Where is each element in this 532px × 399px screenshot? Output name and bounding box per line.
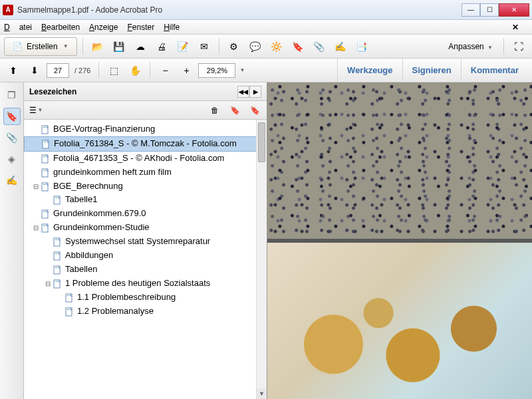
expand-toggle[interactable]: ⊟ <box>44 280 52 287</box>
attachments-tab[interactable]: 📎 <box>3 129 21 146</box>
email-button[interactable]: ✉ <box>195 37 213 56</box>
page-up-button[interactable]: ⬆ <box>4 61 23 80</box>
svg-rect-5 <box>43 156 45 157</box>
scrollbar-thumb[interactable] <box>258 122 265 162</box>
document-view[interactable] <box>267 82 532 399</box>
zoom-input[interactable] <box>198 63 235 78</box>
bookmark-item[interactable]: grundeinkommen heft zum film <box>24 166 267 180</box>
bookmark-label: Tabelle1 <box>65 194 97 205</box>
bookmark-item[interactable]: 1.2 Problemanalyse <box>24 305 267 319</box>
expand-toggle[interactable]: ⊟ <box>32 183 40 190</box>
expand-toggle[interactable]: ⊟ <box>32 224 40 231</box>
bookmark-item[interactable]: ⊟Grundeinkommen-Studie <box>24 221 267 235</box>
bookmarks-scrollbar[interactable]: ▼ <box>256 120 267 399</box>
svg-rect-2 <box>43 140 49 148</box>
cloud-button[interactable]: ☁ <box>131 37 150 56</box>
bookmark-icon <box>41 182 51 192</box>
bookmark-next-button[interactable]: ▶ <box>249 86 261 98</box>
highlight-button[interactable]: 🔆 <box>267 37 286 56</box>
menu-edit[interactable]: Bearbeiten <box>41 23 80 32</box>
menu-view[interactable]: Anzeige <box>89 23 118 32</box>
bookmark-icon <box>65 293 74 303</box>
attach-button[interactable]: 📎 <box>310 37 329 56</box>
bookmark-label: 1 Probleme des heutigen Sozialstaats <box>65 278 210 289</box>
document-close-button[interactable]: ✕ <box>512 23 519 32</box>
tools-tab[interactable]: Werkzeuge <box>337 59 402 82</box>
create-button[interactable]: 📄 Erstellen ▼ <box>4 37 77 56</box>
zoom-in-button[interactable]: + <box>177 61 196 80</box>
customize-toolbar[interactable]: Anpassen ▼ <box>443 42 498 51</box>
bookmark-item[interactable]: ⊟1 Probleme des heutigen Sozialstaats <box>24 277 267 291</box>
bookmark-item[interactable]: Abbildungen <box>24 249 267 263</box>
svg-rect-27 <box>67 309 69 310</box>
new-bookmark-button[interactable]: 🔖 <box>227 103 243 118</box>
edit-button[interactable]: 📝 <box>174 37 192 56</box>
sign-tool-button[interactable]: ✍ <box>331 37 350 56</box>
close-button[interactable]: ✕ <box>499 3 529 17</box>
svg-rect-22 <box>54 280 60 288</box>
bookmarks-toolbar: ☰▼ 🗑 🔖 🔖 <box>24 101 267 120</box>
redact-button[interactable]: 📑 <box>352 37 371 56</box>
svg-rect-10 <box>54 196 60 204</box>
fullscreen-button[interactable]: ⛶ <box>509 37 528 56</box>
bookmark-item[interactable]: ⊟BGE_Berechnung <box>24 180 267 194</box>
delete-bookmark-button[interactable]: 🗑 <box>207 103 223 118</box>
select-tool-button[interactable]: ⬚ <box>104 61 123 80</box>
comment-bubble-button[interactable]: 💬 <box>246 37 265 56</box>
maximize-button[interactable]: ☐ <box>480 3 499 17</box>
minimize-button[interactable]: — <box>462 3 480 17</box>
bookmark-item[interactable]: Tabelle1 <box>24 193 267 207</box>
bookmark-item[interactable]: BGE-Vortrag-Finanzierung <box>24 122 267 136</box>
svg-rect-16 <box>54 238 60 246</box>
layers-tab[interactable]: ◈ <box>3 150 21 168</box>
scrollbar-down-arrow[interactable]: ▼ <box>257 388 267 399</box>
page-down-button[interactable]: ⬇ <box>25 61 44 80</box>
bookmark-label: Grundeinkommen-Studie <box>53 222 150 233</box>
signatures-tab[interactable]: ✍ <box>3 172 21 189</box>
page-image-money <box>267 243 532 399</box>
bookmark-label: Abbildungen <box>65 250 113 261</box>
bookmarks-tree: BGE-Vortrag-FinanzierungFotolia_761384_S… <box>24 120 267 399</box>
zoom-out-button[interactable]: − <box>156 61 174 80</box>
svg-rect-19 <box>55 253 57 254</box>
page-number-input[interactable] <box>47 63 69 78</box>
svg-rect-25 <box>67 295 69 296</box>
menu-help[interactable]: Hilfe <box>164 23 180 32</box>
bookmark-label: BGE-Vortrag-Finanzierung <box>53 124 155 135</box>
navigation-toolbar: ⬆ ⬇ / 276 ⬚ ✋ − + ▼ Werkzeuge Signieren … <box>0 59 532 82</box>
bookmark-prev-button[interactable]: ◀◀ <box>237 86 249 98</box>
stamp-button[interactable]: 🔖 <box>289 37 307 56</box>
bookmark-options-button[interactable]: ☰▼ <box>28 103 44 118</box>
bookmark-icon <box>41 209 51 219</box>
new-bookmark-from-structure-button[interactable]: 🔖 <box>247 103 263 118</box>
comment-tab[interactable]: Kommentar <box>461 59 528 82</box>
bookmark-label: Systemwechsel statt Systemreparatur <box>65 236 210 247</box>
open-button[interactable]: 📂 <box>88 37 107 56</box>
menu-file[interactable]: Datei <box>4 23 32 32</box>
bookmark-icon <box>41 223 51 233</box>
menu-window[interactable]: Fenster <box>127 23 154 32</box>
svg-rect-15 <box>43 225 45 226</box>
sign-tab[interactable]: Signieren <box>402 59 461 82</box>
bookmark-label: BGE_Berechnung <box>53 181 123 192</box>
print-button[interactable]: 🖨 <box>152 37 171 56</box>
bookmark-item[interactable]: Fotolia_4671353_S - © AKhodi - Fotolia.c… <box>24 152 267 166</box>
svg-rect-12 <box>42 210 48 218</box>
bookmarks-panel: Lesezeichen ◀◀ ▶ ☰▼ 🗑 🔖 🔖 BGE-Vortrag-Fi… <box>24 82 267 399</box>
bookmark-item[interactable]: Systemwechsel statt Systemreparatur <box>24 235 267 249</box>
svg-rect-4 <box>42 155 48 163</box>
page-thumbnails-tab[interactable]: ❐ <box>3 86 21 104</box>
svg-rect-3 <box>44 142 46 142</box>
zoom-dropdown[interactable]: ▼ <box>239 67 245 73</box>
bookmark-item[interactable]: Grundeinkommen.679.0 <box>24 207 267 221</box>
gear-button[interactable]: ⚙ <box>225 37 243 56</box>
bookmark-item[interactable]: Tabellen <box>24 263 267 277</box>
bookmark-item[interactable]: 1.1 Problembeschreibung <box>24 291 267 305</box>
bookmark-item[interactable]: Fotolia_761384_S - © M.Tomczak - Fotolia… <box>24 136 267 152</box>
bookmarks-tab[interactable]: 🔖 <box>3 108 21 125</box>
bookmark-icon <box>41 154 51 164</box>
bookmark-icon <box>53 237 63 247</box>
bookmark-icon <box>53 251 63 261</box>
hand-tool-button[interactable]: ✋ <box>126 61 144 80</box>
save-button[interactable]: 💾 <box>110 37 128 56</box>
